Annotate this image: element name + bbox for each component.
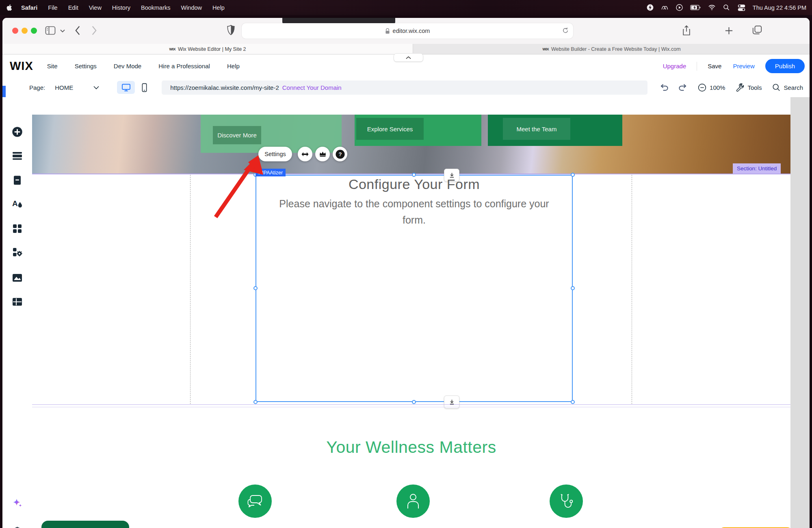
menubar-app-name[interactable]: Safari — [21, 4, 37, 11]
add-section-icon[interactable] — [12, 150, 23, 161]
privacy-shield-icon[interactable] — [227, 24, 235, 36]
layers-icon[interactable] — [12, 526, 23, 528]
back-button[interactable] — [75, 25, 81, 36]
tools-label: Tools — [747, 84, 762, 91]
meet-the-team-button[interactable]: Meet the Team — [503, 118, 570, 140]
site-canvas: Discover More Explore Services Meet the … — [32, 97, 790, 528]
section-untitled-badge[interactable]: Section: Untitled — [733, 163, 781, 174]
address-bar[interactable]: editor.wix.com — [242, 23, 573, 39]
help-button[interactable]: ? — [333, 147, 347, 161]
explore-services-button[interactable]: Explore Services — [356, 118, 424, 140]
form-placeholder-title: Configure Your Form — [256, 176, 573, 192]
preview-button[interactable]: Preview — [733, 63, 754, 70]
search-icon — [772, 83, 780, 91]
redo-button[interactable] — [678, 83, 687, 92]
mobile-view-button[interactable] — [138, 81, 150, 94]
tab-wix-editor[interactable]: WIX Wix Website Editor | My Site 2 — [2, 44, 413, 54]
hero-panel-3: Meet the Team — [488, 115, 622, 146]
media-icon[interactable] — [12, 272, 23, 283]
close-window-button[interactable] — [12, 28, 18, 34]
handle-bottom-right[interactable] — [571, 400, 575, 404]
handle-bottom-left[interactable] — [253, 400, 258, 404]
menu-help[interactable]: Help — [227, 63, 240, 70]
component-name-badge[interactable]: HIPAAtizer — [256, 169, 286, 176]
add-apps-icon[interactable] — [12, 223, 23, 234]
zoom-window-button[interactable] — [31, 28, 37, 34]
site-url-bar[interactable]: https://zoemikalac.wixsite.com/my-site-2… — [162, 80, 647, 95]
menubar-window[interactable]: Window — [181, 4, 202, 11]
pages-icon[interactable] — [12, 175, 23, 186]
handle-mid-right[interactable] — [571, 286, 575, 290]
vpn-icon[interactable] — [661, 4, 669, 11]
safari-window: editor.wix.com WIX Wix Website Editor | … — [2, 18, 810, 528]
menu-settings[interactable]: Settings — [75, 63, 97, 70]
stretch-button[interactable] — [298, 147, 312, 161]
menubar-view[interactable]: View — [89, 4, 102, 11]
new-tab-icon[interactable] — [724, 26, 734, 35]
bolt-extension-icon[interactable] — [646, 4, 654, 11]
publish-button[interactable]: Publish — [765, 59, 805, 73]
page-label: Page: — [29, 84, 45, 91]
menubar-clock[interactable]: Thu Aug 22 4:56 PM — [753, 4, 806, 11]
apple-icon[interactable] — [6, 4, 13, 11]
add-elements-icon[interactable] — [12, 126, 23, 137]
handle-mid-left[interactable] — [253, 286, 258, 290]
grid-guide-right — [632, 175, 632, 404]
control-center-icon[interactable] — [737, 4, 746, 11]
page-selector[interactable]: HOME — [55, 84, 73, 91]
wifi-icon[interactable] — [708, 4, 716, 11]
spotlight-search-icon[interactable] — [723, 4, 730, 11]
tab-wix-website-builder[interactable]: WIX Website Builder - Create a Free Webs… — [413, 44, 810, 54]
menubar-edit[interactable]: Edit — [68, 4, 78, 11]
upgrade-button[interactable]: Upgrade — [663, 63, 686, 70]
minimize-window-button[interactable] — [22, 28, 28, 34]
settings-button[interactable]: Settings — [258, 147, 292, 161]
wix-ai-icon[interactable] — [12, 498, 23, 508]
hero-section-photo[interactable]: Discover More Explore Services Meet the … — [32, 115, 790, 174]
menubar-file[interactable]: File — [48, 4, 57, 11]
sidebar-chevron-icon[interactable] — [60, 29, 65, 33]
play-circle-icon[interactable] — [676, 4, 683, 11]
content-manager-icon[interactable] — [12, 296, 23, 307]
address-bar-url: editor.wix.com — [393, 28, 430, 34]
question-mark-icon: ? — [335, 149, 345, 159]
menubar-history[interactable]: History — [112, 4, 130, 11]
wrench-icon — [736, 83, 744, 92]
canvas-right-gutter[interactable] — [790, 97, 810, 528]
menubar-bookmarks[interactable]: Bookmarks — [141, 4, 171, 11]
menu-hire-a-professional[interactable]: Hire a Professional — [158, 63, 210, 70]
section-border — [32, 404, 790, 405]
lets-chat-button[interactable]: Let's Chat! — [41, 521, 129, 528]
feature-label: Your Trusted Healthcare Partner — [343, 526, 461, 528]
premium-button[interactable] — [315, 147, 330, 161]
share-icon[interactable] — [682, 25, 691, 36]
undo-button[interactable] — [660, 83, 669, 92]
reload-icon[interactable] — [562, 27, 569, 34]
wix-favicon: WIX — [169, 47, 175, 51]
connect-your-domain-link[interactable]: Connect Your Domain — [282, 84, 342, 91]
forward-button[interactable] — [91, 25, 97, 36]
tools-button[interactable]: Tools — [736, 83, 762, 92]
site-design-icon[interactable]: A — [12, 198, 23, 209]
chat-bubbles-icon — [238, 485, 272, 518]
app-market-icon[interactable] — [12, 247, 23, 258]
handle-bottom-center[interactable] — [412, 400, 416, 404]
chevron-down-icon[interactable] — [93, 86, 99, 89]
tab-overview-icon[interactable] — [752, 25, 762, 35]
wix-logo[interactable]: WIX — [10, 59, 33, 73]
search-button[interactable]: Search — [772, 83, 803, 91]
form-placeholder-body: Please navigate to the component setting… — [272, 196, 556, 228]
sidebar-toggle-icon[interactable] — [45, 26, 56, 35]
zoom-level: 100% — [710, 84, 725, 91]
wix-favicon: WIX — [542, 47, 549, 51]
menu-site[interactable]: Site — [47, 63, 58, 70]
zoom-control[interactable]: 100% — [698, 83, 725, 92]
desktop-view-button[interactable] — [117, 81, 135, 94]
menu-dev-mode[interactable]: Dev Mode — [114, 63, 141, 70]
menubar-help[interactable]: Help — [212, 4, 225, 11]
hero-panel-2: Explore Services — [355, 115, 481, 146]
editor-left-sidebar: A — [2, 97, 32, 528]
collapse-topbar-button[interactable] — [394, 53, 423, 62]
discover-more-button[interactable]: Discover More — [213, 126, 261, 144]
save-button[interactable]: Save — [708, 63, 721, 70]
